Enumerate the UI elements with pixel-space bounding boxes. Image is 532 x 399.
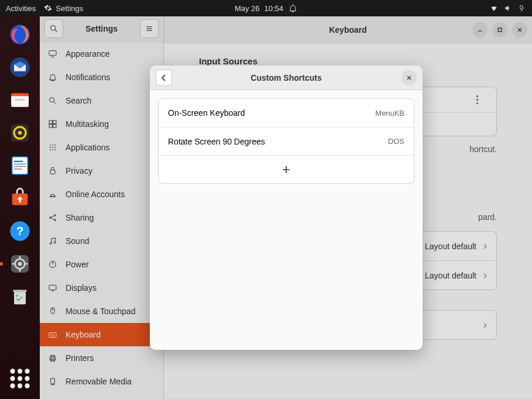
activities-button[interactable]: Activities <box>6 4 36 13</box>
svg-point-26 <box>10 369 15 373</box>
svg-point-27 <box>18 369 22 373</box>
svg-text:?: ? <box>16 225 23 238</box>
svg-point-32 <box>10 383 15 388</box>
top-bar: Activities Settings May 26 10:54 <box>0 0 532 16</box>
svg-point-29 <box>10 376 15 381</box>
dock-settings[interactable] <box>5 249 35 278</box>
shortcut-row[interactable]: Rotate Screen 90 DegreesDOS <box>159 127 414 155</box>
svg-point-28 <box>25 369 29 373</box>
shortcut-list: On-Screen KeyboardMenuKBRotate Screen 90… <box>158 98 414 184</box>
app-indicator[interactable]: Settings <box>44 4 83 13</box>
dock-help[interactable]: ? <box>5 216 35 246</box>
shortcut-row[interactable]: On-Screen KeyboardMenuKB <box>159 99 414 127</box>
dock-libreoffice-writer[interactable] <box>5 151 35 180</box>
svg-point-18 <box>18 262 22 266</box>
svg-rect-12 <box>14 168 22 170</box>
system-status-area[interactable] <box>490 4 526 12</box>
dock-files[interactable] <box>5 85 35 115</box>
shortcut-accelerator: MenuKB <box>375 109 404 118</box>
svg-rect-24 <box>13 290 26 292</box>
dock-firefox[interactable] <box>5 20 35 49</box>
svg-rect-23 <box>14 292 26 305</box>
dock-show-apps[interactable] <box>5 364 35 393</box>
svg-rect-9 <box>14 161 23 163</box>
power-icon <box>518 4 526 12</box>
svg-rect-3 <box>11 96 29 106</box>
plus-icon <box>282 165 291 174</box>
shortcut-label: Rotate Screen 90 Degrees <box>168 137 265 146</box>
clock-date: May 26 <box>235 4 260 13</box>
chevron-left-icon <box>160 74 167 81</box>
gear-icon <box>44 4 52 12</box>
dock-software[interactable] <box>5 184 35 213</box>
wifi-icon <box>490 4 498 12</box>
dialog-header: Custom Shortcuts <box>150 66 423 90</box>
svg-point-33 <box>18 383 22 388</box>
dock-rhythmbox[interactable] <box>5 118 35 147</box>
svg-point-34 <box>25 383 29 388</box>
svg-point-31 <box>25 376 29 381</box>
notification-bell-icon <box>288 4 297 13</box>
dock-trash[interactable] <box>5 282 35 311</box>
custom-shortcuts-dialog: Custom Shortcuts On-Screen KeyboardMenuK… <box>150 66 423 350</box>
shortcut-label: On-Screen Keyboard <box>168 108 245 118</box>
clock[interactable]: May 26 10:54 <box>235 4 297 13</box>
add-shortcut-button[interactable] <box>159 155 414 183</box>
svg-rect-10 <box>14 164 26 165</box>
back-button[interactable] <box>156 70 172 86</box>
svg-point-7 <box>18 131 22 135</box>
clock-time: 10:54 <box>265 4 284 13</box>
dialog-close-button[interactable] <box>401 70 417 85</box>
svg-rect-11 <box>14 166 26 167</box>
dialog-title: Custom Shortcuts <box>250 73 321 82</box>
shortcut-accelerator: DOS <box>388 137 404 146</box>
svg-point-25 <box>16 295 18 297</box>
dock-thunderbird[interactable] <box>5 53 35 82</box>
svg-rect-4 <box>15 99 25 101</box>
dock: ? <box>0 16 40 399</box>
app-indicator-label: Settings <box>56 4 83 13</box>
volume-icon <box>504 4 512 12</box>
svg-rect-8 <box>12 157 28 174</box>
close-icon <box>406 75 412 81</box>
svg-point-30 <box>18 376 22 381</box>
